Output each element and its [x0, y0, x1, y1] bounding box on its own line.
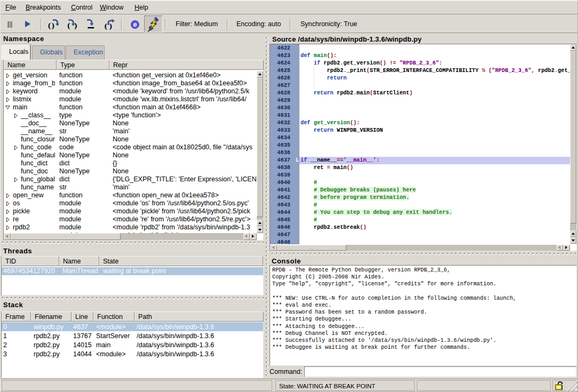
- svg-text:(: (: [68, 21, 70, 29]
- svg-text:): ): [52, 21, 54, 29]
- svg-text:(: (: [105, 22, 107, 30]
- svg-text:): ): [109, 22, 112, 30]
- svg-text:): ): [75, 21, 77, 29]
- svg-text:(: (: [48, 21, 50, 29]
